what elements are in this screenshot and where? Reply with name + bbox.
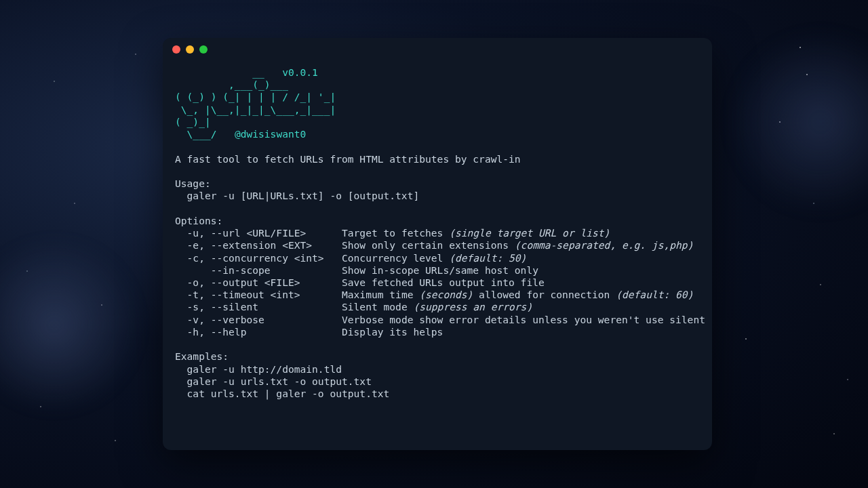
option-verbose: -v, --verbose Verbose mode show error de… (175, 314, 705, 325)
maximize-icon[interactable] (199, 45, 208, 54)
option-url: -u, --url <URL/FILE> Target to fetches (… (175, 227, 610, 239)
option-silent: -s, --silent Silent mode (suppress an er… (175, 301, 532, 312)
example-line: cat urls.txt | galer -o output.txt (175, 388, 389, 399)
background-nebula (732, 27, 868, 217)
option-extension: -e, --extension <EXT> Show only certain … (175, 239, 693, 251)
option-concurrency: -c, --concurrency <int> Concurrency leve… (175, 252, 526, 264)
option-timeout: -t, --timeout <int> Maximum time (second… (175, 289, 693, 300)
titlebar (163, 38, 712, 61)
description: A fast tool to fetch URLs from HTML attr… (175, 153, 521, 165)
terminal-window: __ v0.0.1 ,___(_)___ ( (_) ) (_| | | | /… (163, 38, 712, 450)
option-help: -h, --help Display its helps (175, 326, 443, 338)
examples-heading: Examples: (175, 350, 229, 362)
options-heading: Options: (175, 215, 222, 226)
option-output: -o, --output <FILE> Save fetched URLs ou… (175, 277, 545, 288)
example-line: galer -u urls.txt -o output.txt (175, 375, 372, 387)
usage-line: galer -u [URL|URLs.txt] -o [output.txt] (175, 190, 419, 201)
minimize-icon[interactable] (186, 45, 194, 54)
example-line: galer -u http://domain.tld (175, 363, 342, 375)
usage-heading: Usage: (175, 178, 211, 189)
author-handle: @dwisiswant0 (235, 128, 306, 140)
close-icon[interactable] (172, 45, 180, 54)
terminal-output: __ v0.0.1 ,___(_)___ ( (_) ) (_| | | | /… (163, 61, 712, 412)
option-in-scope: --in-scope Show in-scope URLs/same host … (175, 264, 538, 276)
background-nebula (0, 237, 142, 413)
